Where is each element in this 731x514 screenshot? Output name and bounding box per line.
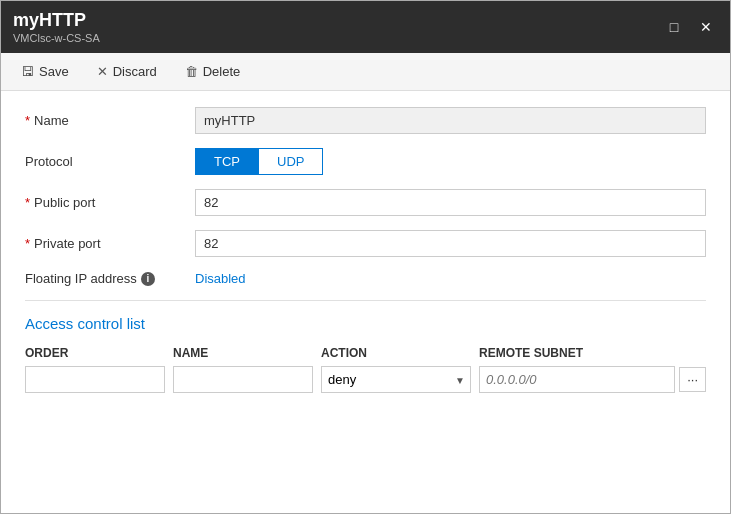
acl-table: ORDER NAME ACTION REMOTE SUBNET deny all… [25, 346, 706, 393]
acl-col-name-header: NAME [173, 346, 313, 360]
discard-button[interactable]: ✕ Discard [93, 62, 161, 81]
acl-action-select-wrap: deny allow ▼ [321, 366, 471, 393]
floating-ip-label: Floating IP address [25, 271, 137, 286]
acl-more-button[interactable]: ··· [679, 367, 706, 392]
window-title: myHTTP [13, 10, 100, 31]
save-button[interactable]: 🖫 Save [17, 62, 73, 81]
protocol-label: Protocol [25, 154, 73, 169]
save-icon: 🖫 [21, 64, 34, 79]
private-port-row: * Private port [25, 230, 706, 257]
name-required-star: * [25, 113, 30, 128]
acl-header-row: ORDER NAME ACTION REMOTE SUBNET [25, 346, 706, 360]
title-controls: □ ✕ [662, 15, 718, 39]
private-port-control [195, 230, 706, 257]
public-port-control [195, 189, 706, 216]
delete-label: Delete [203, 64, 241, 79]
public-port-label: Public port [34, 195, 95, 210]
acl-remote-wrap: ··· [479, 366, 706, 393]
udp-button[interactable]: UDP [258, 148, 323, 175]
name-control [195, 107, 706, 134]
private-port-input[interactable] [195, 230, 706, 257]
floating-ip-control: Disabled [195, 271, 706, 286]
acl-remote-input[interactable] [479, 366, 675, 393]
protocol-label-container: Protocol [25, 154, 195, 169]
public-port-row: * Public port [25, 189, 706, 216]
window-subtitle: VMClsc-w-CS-SA [13, 32, 100, 44]
floating-ip-label-container: Floating IP address i [25, 271, 195, 286]
floating-ip-info-icon[interactable]: i [141, 272, 155, 286]
section-divider [25, 300, 706, 301]
name-label: Name [34, 113, 69, 128]
tcp-button[interactable]: TCP [195, 148, 258, 175]
acl-col-remote-header: REMOTE SUBNET [479, 346, 706, 360]
acl-order-input[interactable] [25, 366, 165, 393]
delete-icon: 🗑 [185, 64, 198, 79]
name-row: * Name [25, 107, 706, 134]
protocol-control: TCP UDP [195, 148, 706, 175]
discard-label: Discard [113, 64, 157, 79]
name-label-container: * Name [25, 113, 195, 128]
toolbar: 🖫 Save ✕ Discard 🗑 Delete [1, 53, 730, 91]
protocol-row: Protocol TCP UDP [25, 148, 706, 175]
acl-data-row: deny allow ▼ ··· [25, 366, 706, 393]
floating-ip-value: Disabled [195, 271, 246, 286]
save-label: Save [39, 64, 69, 79]
maximize-button[interactable]: □ [662, 15, 686, 39]
acl-name-input[interactable] [173, 366, 313, 393]
private-port-required-star: * [25, 236, 30, 251]
title-bar: myHTTP VMClsc-w-CS-SA □ ✕ [1, 1, 730, 53]
title-my: my [13, 10, 39, 30]
content-area: * Name Protocol TCP UDP * Public [1, 91, 730, 513]
public-port-input[interactable] [195, 189, 706, 216]
public-port-required-star: * [25, 195, 30, 210]
private-port-label-container: * Private port [25, 236, 195, 251]
main-window: myHTTP VMClsc-w-CS-SA □ ✕ 🖫 Save ✕ Disca… [0, 0, 731, 514]
delete-button[interactable]: 🗑 Delete [181, 62, 245, 81]
protocol-group: TCP UDP [195, 148, 706, 175]
public-port-label-container: * Public port [25, 195, 195, 210]
private-port-label: Private port [34, 236, 100, 251]
name-input[interactable] [195, 107, 706, 134]
acl-section-title: Access control list [25, 315, 706, 332]
discard-icon: ✕ [97, 64, 108, 79]
close-button[interactable]: ✕ [694, 15, 718, 39]
floating-ip-row: Floating IP address i Disabled [25, 271, 706, 286]
title-bar-left: myHTTP VMClsc-w-CS-SA [13, 10, 100, 44]
acl-action-select[interactable]: deny allow [321, 366, 471, 393]
acl-col-action-header: ACTION [321, 346, 471, 360]
acl-col-order-header: ORDER [25, 346, 165, 360]
